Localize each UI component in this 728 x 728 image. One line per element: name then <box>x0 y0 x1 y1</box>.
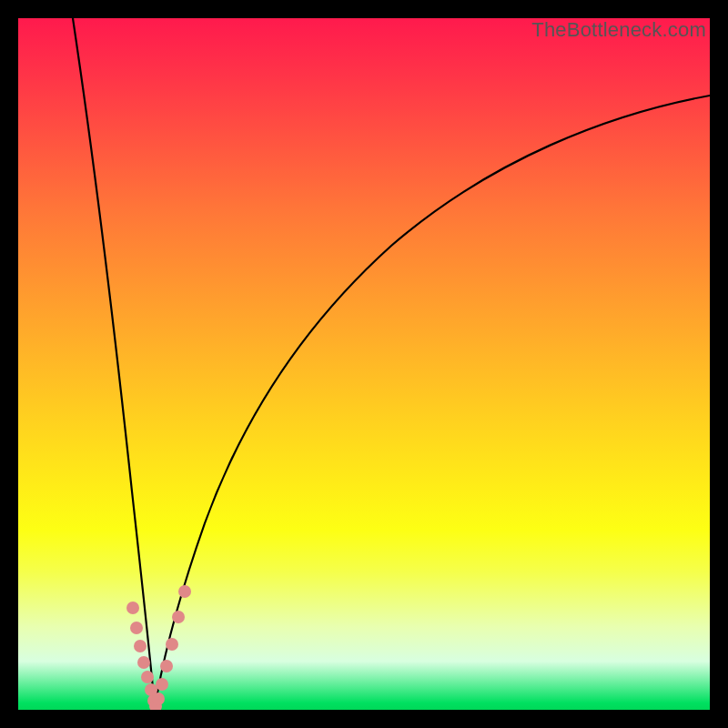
svg-point-4 <box>141 671 154 683</box>
svg-point-13 <box>178 585 191 598</box>
chart-plot-area <box>18 18 710 710</box>
svg-point-8 <box>152 693 165 705</box>
svg-point-11 <box>166 638 178 651</box>
chart-svg <box>18 18 710 710</box>
svg-point-3 <box>137 656 150 669</box>
svg-point-12 <box>172 611 185 623</box>
svg-point-2 <box>134 640 147 652</box>
watermark-text: TheBottleneck.com <box>531 18 706 42</box>
svg-point-9 <box>156 678 168 691</box>
chart-frame: TheBottleneck.com <box>0 0 728 728</box>
curve-right-branch <box>155 96 710 708</box>
svg-point-0 <box>126 602 139 614</box>
svg-point-1 <box>130 622 143 634</box>
svg-point-10 <box>160 660 173 672</box>
marker-group <box>126 585 191 710</box>
curve-left-branch <box>73 18 155 708</box>
